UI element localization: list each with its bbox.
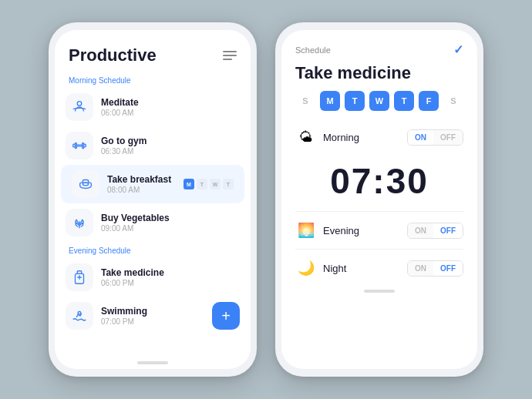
swimming-time: 07:00 PM	[101, 317, 204, 326]
evening-off[interactable]: OFF	[433, 223, 463, 238]
days-row: S M T W T F S	[281, 91, 477, 120]
task-item-vegetables[interactable]: Buy Vegetables 09:00 AM	[55, 203, 251, 242]
home-indicator-right	[364, 290, 395, 293]
svg-point-11	[78, 312, 81, 315]
morning-toggle-group: ON OFF	[407, 129, 463, 146]
day-t1[interactable]: T	[345, 91, 365, 111]
left-header: Productive	[55, 30, 251, 72]
task-item-breakfast[interactable]: Take breakfast 08:00 AM M T W T	[61, 165, 244, 203]
task-item-swimming[interactable]: Swimming 07:00 PM +	[55, 297, 251, 335]
left-phone: Productive Morning Schedule Me	[49, 22, 257, 377]
task-dots: M T W T	[184, 179, 234, 189]
vegetables-name: Buy Vegetables	[101, 213, 240, 223]
meditate-name: Meditate	[101, 97, 240, 108]
morning-on[interactable]: ON	[408, 130, 433, 145]
meditate-time: 06:00 AM	[101, 109, 240, 117]
svg-point-6	[82, 183, 88, 186]
swimming-info: Swimming 07:00 PM	[101, 306, 204, 326]
swimming-name: Swimming	[101, 306, 204, 317]
dot-t1: T	[197, 179, 207, 189]
menu-line-3	[223, 59, 232, 60]
medicine-info: Take medicine 06:00 PM	[101, 267, 240, 287]
svg-rect-5	[76, 145, 82, 146]
dot-t2: T	[223, 179, 234, 189]
divider-2	[295, 249, 463, 250]
medicine-time: 06:00 PM	[101, 279, 240, 287]
check-icon[interactable]: ✓	[453, 42, 463, 57]
divider-1	[295, 211, 463, 212]
svg-point-0	[77, 102, 82, 106]
add-fab[interactable]: +	[212, 302, 240, 330]
right-header: Schedule ✓	[281, 30, 477, 60]
meditate-info: Meditate 06:00 AM	[101, 97, 240, 117]
home-indicator	[137, 361, 168, 364]
gym-name: Go to gym	[101, 136, 240, 146]
night-toggle-group: ON OFF	[407, 260, 463, 277]
day-s1[interactable]: S	[295, 91, 315, 111]
night-off[interactable]: OFF	[433, 261, 463, 276]
breakfast-icon-wrap	[72, 170, 99, 198]
app-title: Productive	[69, 45, 157, 65]
breakfast-time: 08:00 AM	[107, 186, 176, 194]
day-w[interactable]: W	[369, 91, 389, 111]
morning-off[interactable]: OFF	[433, 130, 463, 145]
vegetables-time: 09:00 AM	[101, 224, 240, 233]
schedule-label: Schedule	[295, 45, 331, 55]
menu-line-2	[223, 55, 237, 56]
breakfast-name: Take breakfast	[107, 174, 176, 185]
task-item-gym[interactable]: Go to gym 06:30 AM	[55, 126, 251, 165]
day-t2[interactable]: T	[394, 91, 414, 111]
breakfast-info: Take breakfast 08:00 AM	[107, 174, 176, 194]
menu-icon[interactable]	[223, 51, 237, 60]
right-title: Take medicine	[281, 60, 477, 91]
evening-section-label: Evening Schedule	[55, 242, 251, 258]
night-icon: 🌙	[295, 257, 317, 279]
day-s2[interactable]: S	[443, 91, 463, 111]
time-display[interactable]: 07:30	[281, 154, 477, 210]
dot-w: W	[210, 179, 221, 189]
morning-icon: 🌤	[295, 126, 317, 148]
dot-m: M	[184, 179, 194, 189]
night-on[interactable]: ON	[408, 261, 433, 276]
menu-line-1	[223, 51, 237, 52]
task-item-medicine[interactable]: Take medicine 06:00 PM	[55, 258, 251, 297]
day-f[interactable]: F	[419, 91, 439, 111]
right-phone: Schedule ✓ Take medicine S M T W T F S 🌤…	[275, 22, 483, 377]
day-m[interactable]: M	[320, 91, 340, 111]
gym-icon-wrap	[66, 132, 93, 159]
medicine-icon-wrap	[66, 263, 93, 291]
task-item-meditate[interactable]: Meditate 06:00 AM	[55, 88, 251, 126]
night-label: Night	[323, 263, 401, 274]
gym-time: 06:30 AM	[101, 147, 240, 156]
medicine-name: Take medicine	[101, 267, 240, 278]
evening-toggle-row: 🌅 Evening ON OFF	[281, 213, 477, 247]
morning-label: Morning	[323, 132, 401, 143]
gym-info: Go to gym 06:30 AM	[101, 136, 240, 156]
task-list: Meditate 06:00 AM Go to gym	[55, 88, 251, 357]
evening-icon: 🌅	[295, 220, 317, 241]
morning-toggle-row: 🌤 Morning ON OFF	[281, 120, 477, 154]
morning-section-label: Morning Schedule	[55, 72, 251, 88]
evening-toggle-group: ON OFF	[407, 223, 463, 239]
swimming-icon-wrap	[66, 302, 93, 330]
meditate-icon-wrap	[66, 93, 93, 121]
evening-on[interactable]: ON	[408, 223, 433, 238]
vegetables-info: Buy Vegetables 09:00 AM	[101, 213, 240, 233]
vegetables-icon-wrap	[66, 209, 93, 236]
night-toggle-row: 🌙 Night ON OFF	[281, 251, 477, 285]
evening-label: Evening	[323, 225, 401, 236]
